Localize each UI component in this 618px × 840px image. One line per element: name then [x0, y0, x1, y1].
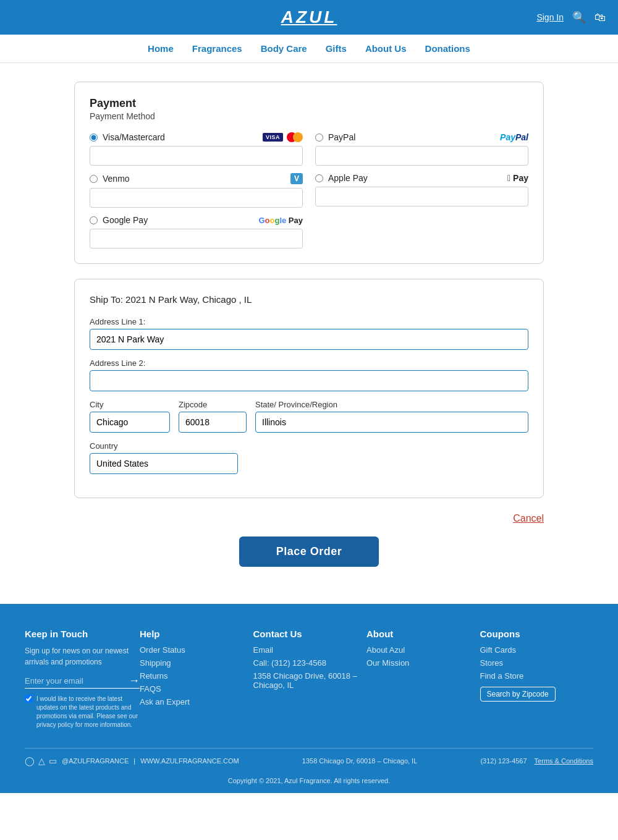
contact-email-link[interactable]: Email: [253, 645, 367, 655]
applepay-label-row: Apple Pay  Pay: [315, 173, 528, 183]
about-link-azul[interactable]: About Azul: [366, 645, 480, 655]
applepay-logo:  Pay: [507, 173, 528, 183]
help-link-orderstatus[interactable]: Order Status: [140, 645, 253, 655]
venmo-radio[interactable]: [90, 175, 98, 183]
footer-bottom-left: ◯ △ ▭ @AZULFRAGRANCE | WWW.AZULFRAGRANCE…: [25, 756, 239, 766]
newsletter-checkbox-text: I would like to receive the latest updat…: [36, 695, 140, 729]
address-line1-label: Address Line 1:: [90, 317, 528, 326]
address-line2-input[interactable]: [90, 370, 528, 391]
signin-link[interactable]: Sign In: [536, 12, 564, 22]
googlepay-logo: Google Pay: [258, 216, 303, 225]
googlepay-logo-text: Google Pay: [258, 216, 303, 225]
ship-title: Ship To: 2021 N Park Way, Chicago , IL: [90, 294, 528, 305]
paypal-radio[interactable]: [315, 134, 323, 142]
visa-radio[interactable]: [90, 134, 98, 142]
cart-icon[interactable]: 🛍: [595, 11, 606, 24]
paypal-label-row: PayPal PayPal: [315, 132, 528, 142]
help-link-askexpert[interactable]: Ask an Expert: [140, 697, 253, 706]
visa-input[interactable]: •••• •••• •••• 9044: [90, 146, 303, 166]
cancel-row: Cancel: [74, 513, 544, 524]
help-title: Help: [140, 629, 253, 639]
footer-col-about: About About Azul Our Mission: [366, 629, 480, 729]
newsletter-checkbox[interactable]: [25, 695, 33, 703]
place-order-row: Place Order: [74, 537, 544, 567]
facebook-icon[interactable]: ◯: [25, 756, 35, 766]
visa-logos: VISA: [263, 132, 303, 142]
search-by-zipcode-button[interactable]: Search by Zipcode: [480, 687, 556, 702]
googlepay-label-row: Google Pay Google Pay: [90, 215, 303, 225]
twitter-icon[interactable]: ▭: [49, 756, 57, 766]
footer-terms-link[interactable]: Terms & Conditions: [535, 757, 593, 765]
payment-method-visa: Visa/Mastercard VISA •••• •••• •••• 9044: [90, 132, 303, 166]
paypal-logo: PayPal: [500, 132, 528, 142]
venmo-logo-text: V: [290, 173, 303, 184]
paypal-name: PayPal: [328, 132, 355, 142]
paypal-logo-text: PayPal: [500, 132, 528, 142]
venmo-input[interactable]: [90, 188, 303, 208]
about-link-mission[interactable]: Our Mission: [366, 658, 480, 668]
footer-address: 1358 Chicago Dr, 60018 – Chicago, IL: [302, 757, 418, 765]
coupons-title: Coupons: [480, 629, 594, 639]
main-content: Payment Payment Method Visa/Mastercard V…: [62, 82, 556, 567]
nav-gifts[interactable]: Gifts: [326, 43, 347, 54]
newsletter-email-input[interactable]: [25, 674, 129, 688]
instagram-icon[interactable]: △: [38, 756, 45, 766]
state-label: State/ Province/Region: [255, 400, 528, 409]
applepay-input[interactable]: [315, 187, 528, 206]
applepay-name: Apple Pay: [328, 173, 368, 183]
newsletter-title: Keep in Touch: [25, 629, 140, 639]
coupons-link-stores[interactable]: Stores: [480, 658, 594, 668]
about-title: About: [366, 629, 480, 639]
payment-card: Payment Payment Method Visa/Mastercard V…: [74, 82, 544, 264]
help-link-returns[interactable]: Returns: [140, 671, 253, 681]
applepay-radio[interactable]: [315, 174, 323, 182]
nav-aboutus[interactable]: About Us: [365, 43, 407, 54]
zipcode-input[interactable]: [179, 412, 247, 433]
coupons-link-giftcards[interactable]: Gift Cards: [480, 645, 594, 655]
payment-method-venmo: Venmo V: [90, 173, 303, 208]
nav-home[interactable]: Home: [148, 43, 174, 54]
nav-donations[interactable]: Donations: [425, 43, 470, 54]
cancel-link[interactable]: Cancel: [513, 513, 544, 524]
venmo-logo: V: [290, 173, 303, 184]
footer-separator: |: [133, 757, 135, 765]
newsletter-submit-arrow[interactable]: →: [129, 674, 140, 687]
city-label: City: [90, 400, 170, 409]
state-input[interactable]: [255, 412, 528, 433]
site-footer: Keep in Touch Sign up for news on our ne…: [0, 604, 618, 793]
zipcode-label: Zipcode: [179, 400, 247, 409]
footer-phone: (312) 123-4567: [480, 757, 527, 765]
footer-col-help: Help Order Status Shipping Returns FAQS …: [140, 629, 253, 729]
newsletter-checkbox-row: I would like to receive the latest updat…: [25, 695, 140, 729]
help-link-faqs[interactable]: FAQS: [140, 684, 253, 694]
newsletter-email-row: →: [25, 674, 140, 689]
mastercard-logo: [287, 132, 303, 142]
search-icon[interactable]: 🔍: [572, 11, 586, 24]
footer-brand-handle: @AZULFRAGRANCE: [62, 757, 129, 765]
coupons-link-findstore[interactable]: Find a Store: [480, 671, 594, 681]
footer-col-newsletter: Keep in Touch Sign up for news on our ne…: [25, 629, 140, 729]
main-nav: Home Fragrances Body Care Gifts About Us…: [0, 35, 618, 63]
nav-bodycare[interactable]: Body Care: [261, 43, 307, 54]
help-link-shipping[interactable]: Shipping: [140, 658, 253, 668]
newsletter-subtitle: Sign up for news on our newest arrivals …: [25, 645, 140, 668]
footer-col-contact: Contact Us Email Call: (312) 123-4568 13…: [253, 629, 367, 729]
city-input[interactable]: [90, 412, 170, 433]
address-line1-input[interactable]: [90, 329, 528, 350]
footer-website: WWW.AZULFRAGRANCE.COM: [140, 757, 239, 765]
googlepay-input[interactable]: [90, 229, 303, 248]
nav-fragrances[interactable]: Fragrances: [192, 43, 242, 54]
country-input[interactable]: [90, 453, 238, 474]
paypal-input[interactable]: [315, 146, 528, 166]
payment-methods: Visa/Mastercard VISA •••• •••• •••• 9044…: [90, 132, 528, 248]
footer-top: Keep in Touch Sign up for news on our ne…: [25, 629, 593, 729]
contact-title: Contact Us: [253, 629, 367, 639]
visa-logo: VISA: [263, 133, 283, 142]
googlepay-radio[interactable]: [90, 216, 98, 224]
place-order-button[interactable]: Place Order: [239, 537, 379, 567]
country-label: Country: [90, 441, 528, 451]
contact-phone: Call: (312) 123-4568: [253, 658, 367, 668]
payment-method-applepay: Apple Pay  Pay: [315, 173, 528, 208]
footer-bottom-right: (312) 123-4567 Terms & Conditions: [480, 757, 593, 765]
site-logo: AZUL: [281, 7, 337, 27]
